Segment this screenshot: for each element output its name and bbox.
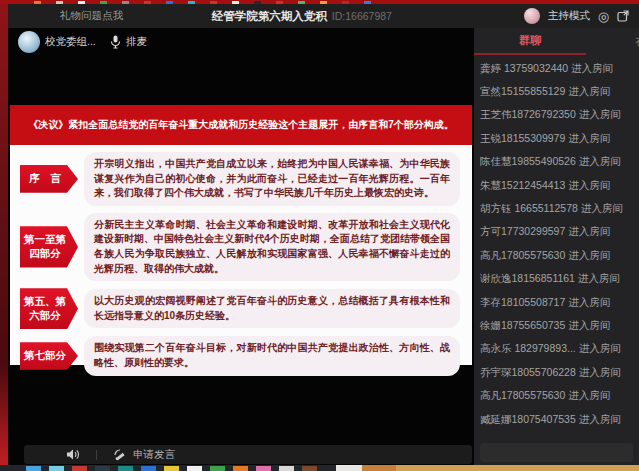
live-room-window: 礼物问题点我 经管学院第六期入党积 ID:16667987 主持模式 ◎	[8, 4, 639, 465]
chat-message: 徐姗18755650735 进入房间	[480, 314, 639, 337]
section-text: 以大历史观的宏阔视野阐述了党百年奋斗的历史意义，总结概括了具有根本性和长远指导意…	[84, 289, 460, 328]
room-id: ID:16667987	[332, 10, 392, 22]
request-speak-label[interactable]: 申请发言	[133, 448, 175, 462]
section-text: 分新民主主义革命时期、社会主义革命和建设时期、改革开放和社会主义现代化建设新时期…	[84, 213, 460, 281]
taskbar-strip	[0, 465, 639, 471]
chat-message: 胡方钰 16655112578 进入房间	[480, 197, 639, 220]
host-mode-label[interactable]: 主持模式	[548, 9, 590, 23]
tab-members-label: 在	[635, 34, 639, 49]
chat-message: 王锐18155309979 进入房间	[480, 127, 639, 150]
section-label: 第五、第六部分	[20, 288, 78, 329]
section-label: 序 言	[20, 165, 78, 193]
chat-message: 朱慧15212454413 进入房间	[480, 174, 639, 197]
chat-message: 臧延娜18075407535 进入房间	[480, 408, 639, 431]
chat-message: 方可17730299597 进入房间	[480, 221, 639, 244]
request-speak-icon[interactable]	[113, 448, 127, 462]
presentation-slide: 《决议》紧扣全面总结党的百年奋斗重大成就和历史经验这个主题展开，由序言和7个部分…	[10, 105, 472, 365]
chat-message: 龚婷 13759032440 进入房间	[480, 57, 639, 80]
tab-members-partial[interactable]: 在	[586, 28, 639, 55]
section-text: 开宗明义指出，中国共产党自成立以来，始终把为中国人民谋幸福、为中华民族谋复兴作为…	[84, 152, 460, 206]
popout-icon[interactable]	[617, 10, 629, 22]
chat-message: 王芝伟18726792350 进入房间	[480, 104, 639, 127]
chat-sidebar: 群聊 在 龚婷 13759032440 进入房间 宣然15155855129 进…	[474, 28, 639, 465]
chat-input[interactable]	[480, 443, 633, 462]
slide-section: 第一至第四部分 分新民主主义革命时期、社会主义革命和建设时期、改革开放和社会主义…	[20, 213, 460, 281]
chat-message: 高凡17805575630 进入房间	[480, 244, 639, 267]
record-icon[interactable]: ◎	[598, 10, 609, 23]
divider	[96, 450, 97, 460]
section-label: 第一至第四部分	[20, 226, 78, 267]
presenter-name: 校党委组...	[45, 35, 96, 49]
presenter-chip[interactable]: 校党委组...	[18, 31, 96, 53]
presenter-avatar[interactable]	[18, 31, 40, 53]
stage-area: 校党委组... 排麦 《决议》紧扣全面总结党的百年奋斗重大成就和历史经验这个主题…	[8, 28, 474, 465]
slide-section: 第五、第六部分 以大历史观的宏阔视野阐述了党百年奋斗的历史意义，总结概括了具有根…	[20, 288, 460, 329]
slide-title: 《决议》紧扣全面总结党的百年奋斗重大成就和历史经验这个主题展开，由序言和7个部分…	[10, 105, 472, 145]
chat-message: 宣然15155855129 进入房间	[480, 80, 639, 103]
chat-message: 高永乐 182979893... 进入房间	[480, 338, 639, 361]
microphone-icon	[110, 35, 121, 49]
host-avatar[interactable]	[524, 8, 540, 24]
gift-help-link[interactable]: 礼物问题点我	[60, 9, 123, 23]
mic-queue-button[interactable]: 排麦	[110, 35, 147, 49]
tab-group-chat[interactable]: 群聊	[474, 28, 586, 55]
taskbar-right	[336, 465, 639, 471]
chat-message: 高凡17805575630 进入房间	[480, 384, 639, 407]
stage-bottom-bar: 申请发言	[24, 445, 472, 464]
speaker-icon[interactable]	[66, 448, 80, 461]
desktop-edge-left	[0, 4, 8, 465]
desktop-screen: 礼物问题点我 经管学院第六期入党积 ID:16667987 主持模式 ◎	[0, 0, 639, 471]
titlebar: 礼物问题点我 经管学院第六期入党积 ID:16667987 主持模式 ◎	[8, 4, 639, 28]
chat-message: 谢欣逸18156851161 进入房间	[480, 268, 639, 291]
chat-message: 乔宇琛18055706228 进入房间	[480, 361, 639, 384]
room-header: 经管学院第六期入党积 ID:16667987	[212, 4, 392, 28]
mic-queue-label: 排麦	[126, 35, 147, 49]
taskbar-icons	[0, 465, 336, 471]
chat-message: 李存18105508717 进入房间	[480, 291, 639, 314]
chat-message-list[interactable]: 龚婷 13759032440 进入房间 宣然15155855129 进入房间 王…	[474, 55, 639, 441]
section-text: 围绕实现第二个百年奋斗目标，对新时代的中国共产党提出政治性、方向性、战略性、原则…	[84, 336, 460, 375]
slide-section: 序 言 开宗明义指出，中国共产党自成立以来，始终把为中国人民谋幸福、为中华民族谋…	[20, 152, 460, 206]
room-title: 经管学院第六期入党积	[212, 9, 327, 24]
chat-message: 陈佳慧19855490526 进入房间	[480, 151, 639, 174]
slide-section: 第七部分 围绕实现第二个百年奋斗目标，对新时代的中国共产党提出政治性、方向性、战…	[20, 336, 460, 375]
section-label: 第七部分	[20, 342, 78, 370]
